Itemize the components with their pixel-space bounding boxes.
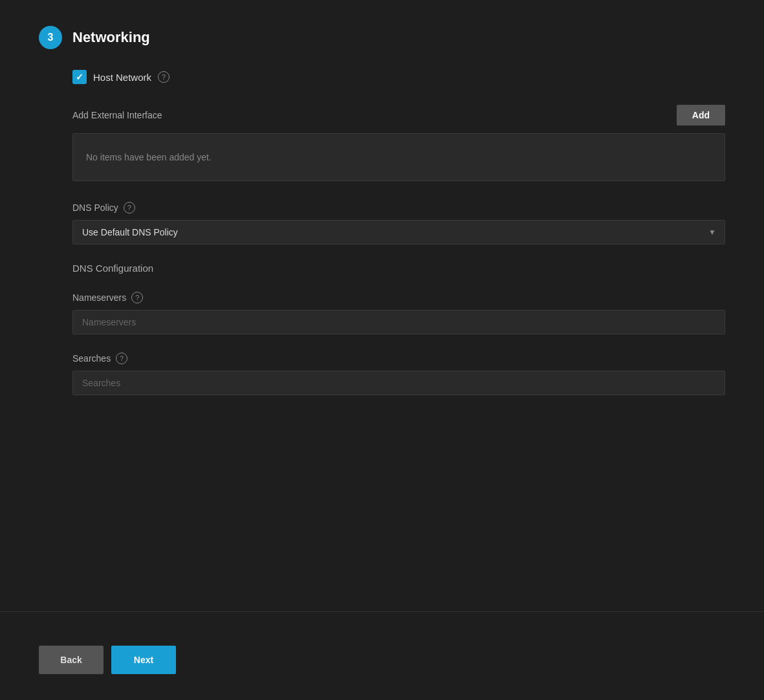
footer-buttons: Back Next xyxy=(39,625,725,700)
dns-configuration-group: DNS Configuration xyxy=(72,263,725,274)
step-badge: 3 xyxy=(39,26,62,49)
back-button[interactable]: Back xyxy=(39,646,104,674)
dns-policy-dropdown-container: Use Default DNS Policy None ClusterFirst… xyxy=(72,220,725,245)
checkmark-icon: ✓ xyxy=(76,72,83,82)
external-interface-row: Add External Interface Add xyxy=(72,105,725,126)
host-network-checkbox[interactable]: ✓ xyxy=(72,70,87,84)
external-interface-empty-box: No items have been added yet. xyxy=(72,133,725,181)
dns-policy-help-icon[interactable]: ? xyxy=(124,202,135,213)
nameservers-group: Nameservers ? xyxy=(72,292,725,334)
searches-group: Searches ? xyxy=(72,353,725,395)
host-network-row: ✓ Host Network ? xyxy=(72,70,725,84)
host-network-label: Host Network xyxy=(93,72,151,83)
nameservers-label-row: Nameservers ? xyxy=(72,292,725,303)
searches-input[interactable] xyxy=(72,371,725,395)
searches-help-icon[interactable]: ? xyxy=(116,353,127,364)
external-interface-label: Add External Interface xyxy=(72,110,162,120)
nameservers-label: Nameservers xyxy=(72,292,126,303)
dns-policy-label: DNS Policy xyxy=(72,202,118,213)
page-container: 3 Networking ✓ Host Network ? Add Extern… xyxy=(0,0,764,700)
step-title: Networking xyxy=(72,29,150,46)
empty-message: No items have been added yet. xyxy=(86,152,212,162)
dns-policy-label-row: DNS Policy ? xyxy=(72,202,725,213)
footer-divider xyxy=(0,611,764,612)
next-button[interactable]: Next xyxy=(111,646,176,674)
dns-policy-select[interactable]: Use Default DNS Policy None ClusterFirst… xyxy=(72,220,725,245)
host-network-help-icon[interactable]: ? xyxy=(158,71,169,83)
searches-label-row: Searches ? xyxy=(72,353,725,364)
dns-configuration-title: DNS Configuration xyxy=(72,263,153,274)
section-content: ✓ Host Network ? Add External Interface … xyxy=(39,70,725,598)
dns-policy-group: DNS Policy ? Use Default DNS Policy None… xyxy=(72,202,725,245)
step-header: 3 Networking xyxy=(39,26,725,49)
nameservers-input[interactable] xyxy=(72,310,725,334)
add-external-interface-button[interactable]: Add xyxy=(677,105,725,126)
searches-label: Searches xyxy=(72,353,111,364)
nameservers-help-icon[interactable]: ? xyxy=(131,292,143,303)
